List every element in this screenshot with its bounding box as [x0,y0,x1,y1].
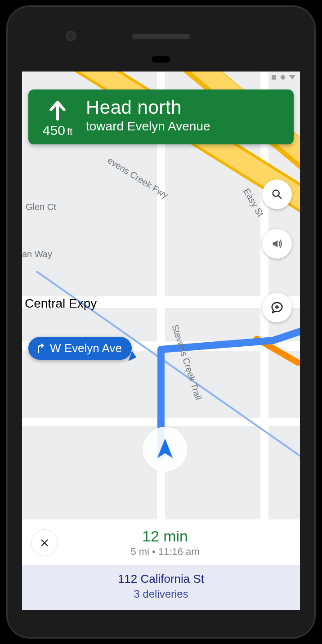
close-icon [40,538,49,548]
eta-subtext: 5 mi • 11:16 am [66,546,264,558]
svg-point-1 [281,75,285,80]
eta-time: 12 min [66,528,264,545]
speaker-grille [132,34,190,39]
road-label-stevens-creek-trail: Stevens Creek Trail [170,323,204,401]
distance-value: 450 [43,123,65,138]
current-location-marker [143,427,188,472]
audio-button[interactable] [262,229,292,259]
road-label-central-expy: Central Expy [25,296,97,311]
instruction-main: Head north [86,97,285,118]
phone-bezel: Central Expy Glen Ct an Way evens Creek … [6,5,316,639]
search-icon [271,188,283,201]
sensor-pill [152,56,170,63]
direction-card[interactable]: 450ft Head north toward Evelyn Avenue [28,89,294,144]
status-triangle-icon [289,75,295,80]
direction-left: 450ft [37,97,78,138]
svg-rect-0 [272,75,276,80]
arrow-up-icon [46,98,69,121]
next-turn-label: W Evelyn Ave [50,341,122,355]
svg-point-2 [273,190,279,197]
eta-panel[interactable]: 12 min 5 mi • 11:16 am [22,519,300,565]
add-report-icon [270,301,284,314]
road-label-glen-ct: Glen Ct [26,202,56,212]
destination-panel[interactable]: 112 California St 3 deliveries [22,565,300,610]
bottom-sheet: 12 min 5 mi • 11:16 am 112 California St… [22,519,300,610]
distance-unit: ft [67,126,72,137]
destination-address: 112 California St [31,572,291,586]
turn-right-icon [35,343,46,354]
next-turn-bubble[interactable]: W Evelyn Ave [28,337,132,360]
screen: Central Expy Glen Ct an Way evens Creek … [22,72,300,610]
direction-distance: 450ft [43,123,72,138]
instruction-sub: toward Evelyn Avenue [86,119,285,134]
svg-line-3 [279,196,282,199]
status-square-icon [271,75,277,80]
phone-frame: Central Expy Glen Ct an Way evens Creek … [0,0,322,644]
direction-text: Head north toward Evelyn Avenue [86,97,285,138]
destination-subtitle: 3 deliveries [31,588,291,600]
close-navigation-button[interactable] [31,529,58,556]
navigation-arrow-icon [153,437,177,460]
road-label-an-way: an Way [22,249,52,259]
report-button[interactable] [262,293,292,322]
status-bar [267,72,300,83]
search-button[interactable] [262,179,292,209]
front-camera [66,31,76,41]
eta-arrival: 11:16 am [158,546,200,557]
eta-distance: 5 mi [130,546,149,557]
eta-separator: • [149,546,158,557]
eta-text: 12 min 5 mi • 11:16 am [66,528,291,558]
status-circle-icon [280,75,286,80]
volume-icon [271,237,283,250]
